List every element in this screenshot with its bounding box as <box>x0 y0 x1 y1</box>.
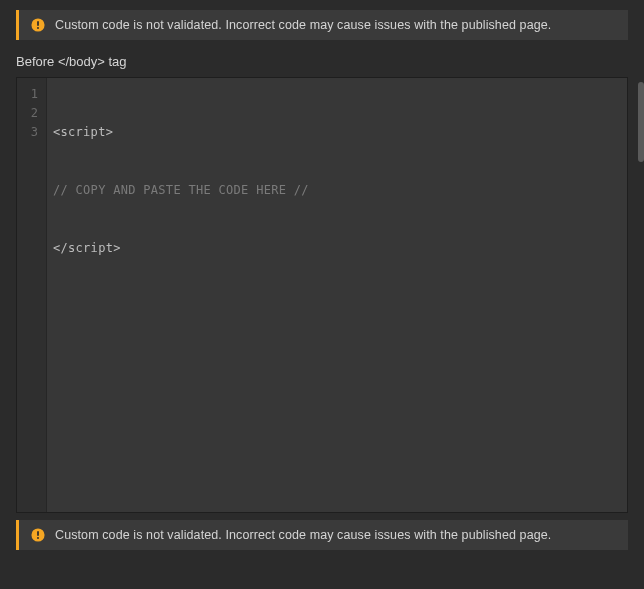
warning-icon <box>31 18 45 32</box>
code-line: // COPY AND PASTE THE CODE HERE // <box>53 181 621 200</box>
code-line: </script> <box>53 239 621 258</box>
svg-rect-1 <box>37 21 39 26</box>
warning-text-top: Custom code is not validated. Incorrect … <box>55 18 551 32</box>
code-line: <script> <box>53 123 621 142</box>
line-number: 2 <box>25 104 38 123</box>
line-number: 3 <box>25 123 38 142</box>
warning-icon <box>31 528 45 542</box>
code-editor[interactable]: 1 2 3 <script> // COPY AND PASTE THE COD… <box>16 77 628 513</box>
section-label-before-body: Before </body> tag <box>16 54 628 69</box>
svg-point-2 <box>37 27 39 29</box>
warning-banner-bottom: Custom code is not validated. Incorrect … <box>16 520 628 550</box>
line-gutter: 1 2 3 <box>17 78 47 512</box>
warning-banner-top: Custom code is not validated. Incorrect … <box>16 10 628 40</box>
code-textarea[interactable]: <script> // COPY AND PASTE THE CODE HERE… <box>47 78 627 512</box>
scrollbar-thumb[interactable] <box>638 82 644 162</box>
warning-text-bottom: Custom code is not validated. Incorrect … <box>55 528 551 542</box>
svg-point-5 <box>37 537 39 539</box>
svg-rect-4 <box>37 531 39 536</box>
line-number: 1 <box>25 85 38 104</box>
